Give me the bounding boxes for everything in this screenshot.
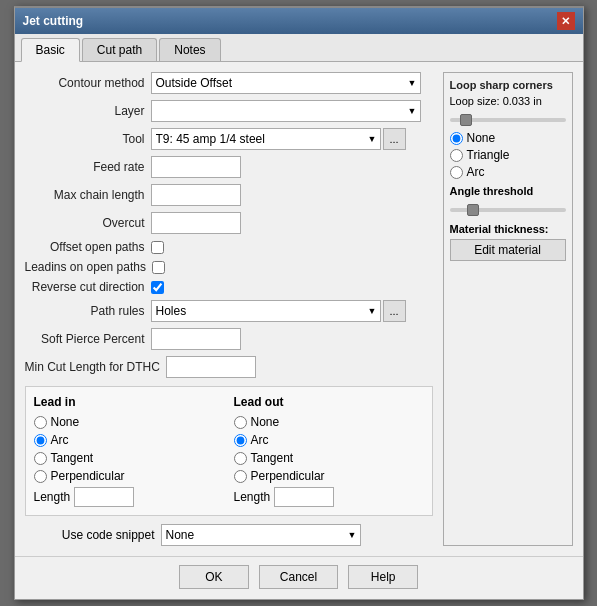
lead-out-none-radio[interactable] <box>234 416 247 429</box>
reverse-cut-direction-row: Reverse cut direction <box>25 280 433 294</box>
lead-in-title: Lead in <box>34 395 224 409</box>
arc-corner-radio[interactable] <box>450 166 463 179</box>
main-content: Contour method Outside Offset Layer <box>15 62 583 556</box>
edit-material-button[interactable]: Edit material <box>450 239 566 261</box>
lead-in-none-row: None <box>34 415 224 429</box>
lead-section: Lead in None Arc Tangent <box>25 386 433 516</box>
dialog-title: Jet cutting <box>23 14 84 28</box>
material-thickness-label: Material thickness: <box>450 223 566 235</box>
leadins-open-paths-checkbox[interactable] <box>152 261 165 274</box>
tool-dots-button[interactable]: ... <box>383 128 406 150</box>
lead-out-length-label: Length <box>234 490 271 504</box>
min-cut-length-input[interactable]: 2 <box>166 356 256 378</box>
snippet-row: Use code snippet None <box>25 524 433 546</box>
snippet-select[interactable]: None <box>161 524 361 546</box>
max-chain-length-input[interactable]: 0 in <box>151 184 241 206</box>
lead-in-length-row: Length 0.4 in <box>34 487 224 507</box>
close-button[interactable]: ✕ <box>557 12 575 30</box>
reverse-cut-direction-label: Reverse cut direction <box>25 280 145 294</box>
reverse-cut-direction-checkbox[interactable] <box>151 281 164 294</box>
angle-threshold-slider[interactable] <box>450 208 566 212</box>
overcut-row: Overcut 0.05 in <box>25 212 433 234</box>
lead-out-arc-row: Arc <box>234 433 424 447</box>
soft-pierce-label: Soft Pierce Percent <box>25 332 145 346</box>
feed-rate-label: Feed rate <box>25 160 145 174</box>
cancel-button[interactable]: Cancel <box>259 565 338 589</box>
title-bar: Jet cutting ✕ <box>15 8 583 34</box>
leadins-open-paths-row: Leadins on open paths <box>25 260 433 274</box>
lead-in-tangent-row: Tangent <box>34 451 224 465</box>
contour-method-select[interactable]: Outside Offset <box>151 72 421 94</box>
loop-size-slider-container <box>450 111 566 125</box>
lead-out-perpendicular-label: Perpendicular <box>251 469 325 483</box>
lead-in-perpendicular-row: Perpendicular <box>34 469 224 483</box>
layer-select[interactable] <box>151 100 421 122</box>
triangle-corner-label: Triangle <box>467 148 510 162</box>
layer-wrapper <box>151 100 421 122</box>
contour-method-row: Contour method Outside Offset <box>25 72 433 94</box>
lead-in-perpendicular-radio[interactable] <box>34 470 47 483</box>
lead-out-perpendicular-row: Perpendicular <box>234 469 424 483</box>
lead-out-arc-radio[interactable] <box>234 434 247 447</box>
contour-method-wrapper: Outside Offset <box>151 72 421 94</box>
lead-out-tangent-radio[interactable] <box>234 452 247 465</box>
lead-out-none-row: None <box>234 415 424 429</box>
lead-in-tangent-radio[interactable] <box>34 452 47 465</box>
contour-method-label: Contour method <box>25 76 145 90</box>
overcut-label: Overcut <box>25 216 145 230</box>
path-rules-dots-button[interactable]: ... <box>383 300 406 322</box>
tab-notes[interactable]: Notes <box>159 38 220 61</box>
path-rules-label: Path rules <box>25 304 145 318</box>
angle-threshold-label: Angle threshold <box>450 185 566 197</box>
max-chain-length-row: Max chain length 0 in <box>25 184 433 206</box>
tool-wrapper: T9: 45 amp 1/4 steel <box>151 128 381 150</box>
soft-pierce-row: Soft Pierce Percent 100 <box>25 328 433 350</box>
right-panel: Loop sharp corners Loop size: 0.033 in N… <box>443 72 573 546</box>
tool-select[interactable]: T9: 45 amp 1/4 steel <box>151 128 381 150</box>
angle-threshold-slider-container <box>450 201 566 215</box>
main-area: Contour method Outside Offset Layer <box>25 72 573 546</box>
feed-rate-row: Feed rate 45 ipm <box>25 156 433 178</box>
lead-in-tangent-label: Tangent <box>51 451 94 465</box>
none-corner-radio[interactable] <box>450 132 463 145</box>
feed-rate-input[interactable]: 45 ipm <box>151 156 241 178</box>
dialog-window: Jet cutting ✕ Basic Cut path Notes Conto… <box>14 6 584 600</box>
help-button[interactable]: Help <box>348 565 418 589</box>
lead-out-none-label: None <box>251 415 280 429</box>
path-rules-wrapper: Holes <box>151 300 381 322</box>
offset-open-paths-checkbox[interactable] <box>151 241 164 254</box>
ok-button[interactable]: OK <box>179 565 249 589</box>
tab-bar: Basic Cut path Notes <box>15 34 583 62</box>
triangle-corner-radio[interactable] <box>450 149 463 162</box>
tool-label: Tool <box>25 132 145 146</box>
path-rules-select[interactable]: Holes <box>151 300 381 322</box>
left-panel: Contour method Outside Offset Layer <box>25 72 433 546</box>
triangle-radio-row: Triangle <box>450 148 566 162</box>
lead-in-none-radio[interactable] <box>34 416 47 429</box>
offset-open-paths-row: Offset open paths <box>25 240 433 254</box>
lead-out-title: Lead out <box>234 395 424 409</box>
soft-pierce-input[interactable]: 100 <box>151 328 241 350</box>
loop-size-slider[interactable] <box>450 118 566 122</box>
offset-open-paths-label: Offset open paths <box>25 240 145 254</box>
min-cut-length-row: Min Cut Length for DTHC 2 <box>25 356 433 378</box>
lead-out-column: Lead out None Arc Tangent <box>234 395 424 507</box>
lead-out-length-input[interactable]: 0.15 in <box>274 487 334 507</box>
layer-row: Layer <box>25 100 433 122</box>
min-cut-length-label: Min Cut Length for DTHC <box>25 360 160 374</box>
lead-out-arc-label: Arc <box>251 433 269 447</box>
lead-in-length-input[interactable]: 0.4 in <box>74 487 134 507</box>
overcut-input[interactable]: 0.05 in <box>151 212 241 234</box>
lead-in-arc-radio[interactable] <box>34 434 47 447</box>
tab-basic[interactable]: Basic <box>21 38 80 62</box>
lead-in-none-label: None <box>51 415 80 429</box>
lead-out-perpendicular-radio[interactable] <box>234 470 247 483</box>
tool-row: Tool T9: 45 amp 1/4 steel ... <box>25 128 433 150</box>
none-corner-label: None <box>467 131 496 145</box>
none-radio-row: None <box>450 131 566 145</box>
max-chain-length-label: Max chain length <box>25 188 145 202</box>
corner-type-group: None Triangle Arc <box>450 131 566 179</box>
tab-cut-path[interactable]: Cut path <box>82 38 157 61</box>
snippet-label: Use code snippet <box>25 528 155 542</box>
loop-size-label: Loop size: 0.033 in <box>450 95 566 107</box>
